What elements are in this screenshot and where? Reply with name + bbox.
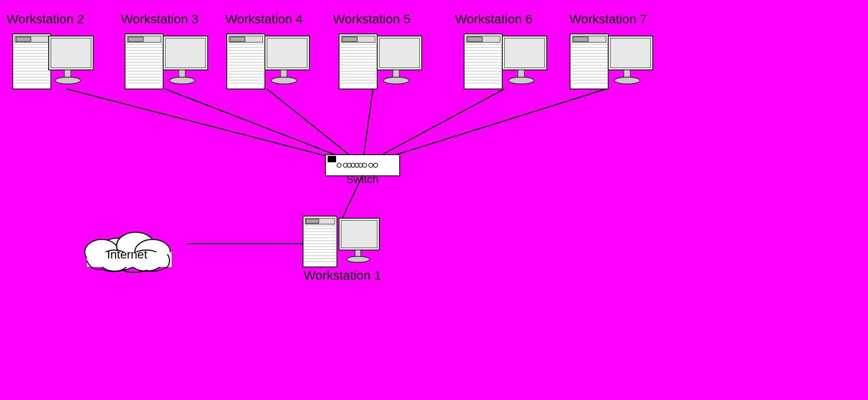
svg-line-2 (267, 89, 362, 165)
svg-rect-73 (342, 37, 357, 42)
svg-point-133 (615, 77, 640, 84)
svg-line-0 (67, 89, 362, 165)
svg-rect-26 (51, 38, 91, 68)
svg-rect-52 (230, 37, 245, 42)
svg-rect-135 (328, 156, 336, 162)
svg-rect-115 (573, 37, 588, 42)
ws6-label: Workstation 6 (455, 12, 533, 26)
ws4-label: Workstation 4 (225, 12, 303, 26)
svg-line-3 (362, 89, 373, 165)
svg-rect-94 (467, 37, 482, 42)
switch-label: Switch (346, 173, 379, 186)
internet-label: Internet (107, 248, 147, 261)
svg-rect-110 (504, 38, 545, 68)
ws7-label: Workstation 7 (570, 12, 647, 26)
svg-rect-131 (610, 38, 651, 68)
svg-point-28 (55, 77, 81, 84)
network-diagram: Workstation 2 Workstation 3 Workstation … (0, 0, 868, 400)
svg-point-112 (509, 77, 534, 84)
svg-line-1 (165, 89, 362, 165)
svg-point-49 (170, 77, 195, 84)
network-svg: Workstation 2 Workstation 3 Workstation … (0, 0, 868, 400)
svg-rect-147 (306, 219, 319, 223)
svg-rect-47 (165, 38, 206, 68)
svg-line-5 (362, 89, 606, 165)
svg-point-70 (271, 77, 297, 84)
svg-rect-162 (341, 220, 377, 248)
svg-point-164 (347, 256, 370, 262)
svg-rect-89 (379, 38, 420, 68)
svg-point-91 (384, 77, 409, 84)
svg-rect-68 (267, 38, 307, 68)
ws3-label: Workstation 3 (121, 12, 199, 26)
ws2-label: Workstation 2 (7, 12, 84, 26)
ws1-label: Workstation 1 (304, 268, 381, 282)
ws5-label: Workstation 5 (333, 12, 411, 26)
svg-rect-10 (16, 37, 31, 42)
svg-rect-31 (128, 37, 143, 42)
